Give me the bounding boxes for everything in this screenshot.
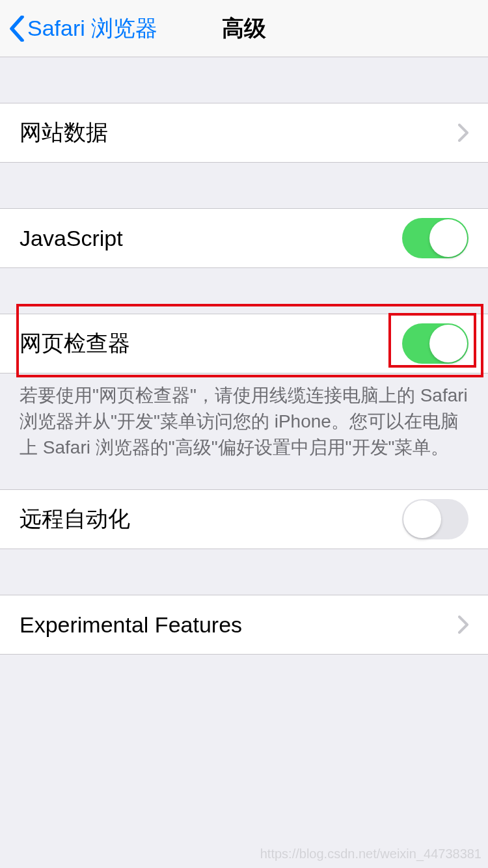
back-button[interactable]: Safari 浏览器 (0, 14, 157, 44)
group-spacer (0, 163, 488, 208)
nav-bar: Safari 浏览器 高级 (0, 0, 488, 57)
group-spacer (0, 549, 488, 595)
group-spacer (0, 57, 488, 103)
group-spacer (0, 461, 488, 489)
switch-knob (403, 500, 441, 538)
remote-automation-switch[interactable] (402, 499, 468, 539)
row-experimental-features[interactable]: Experimental Features (0, 595, 488, 655)
switch-knob (429, 219, 467, 257)
cell-label: 网站数据 (20, 118, 458, 148)
web-inspector-footer: 若要使用"网页检查器"，请使用线缆连接电脑上的 Safari 浏览器并从"开发"… (0, 373, 488, 461)
switch-knob (429, 325, 467, 362)
page-title: 高级 (222, 14, 266, 44)
chevron-right-icon (458, 124, 468, 142)
row-remote-automation: 远程自动化 (0, 489, 488, 549)
web-inspector-switch[interactable] (402, 323, 468, 364)
row-website-data[interactable]: 网站数据 (0, 103, 488, 163)
group-spacer (0, 268, 488, 314)
row-javascript: JavaScript (0, 208, 488, 268)
cell-label: 网页检查器 (20, 329, 402, 359)
cell-label: Experimental Features (20, 612, 458, 638)
javascript-switch[interactable] (402, 218, 468, 258)
chevron-right-icon (458, 616, 468, 634)
chevron-left-icon (9, 16, 25, 42)
cell-label: JavaScript (20, 226, 402, 251)
cell-label: 远程自动化 (20, 504, 402, 534)
row-web-inspector: 网页检查器 (0, 314, 488, 373)
watermark-text: https://blog.csdn.net/weixin_44738381 (260, 847, 481, 861)
back-label: Safari 浏览器 (27, 14, 157, 44)
